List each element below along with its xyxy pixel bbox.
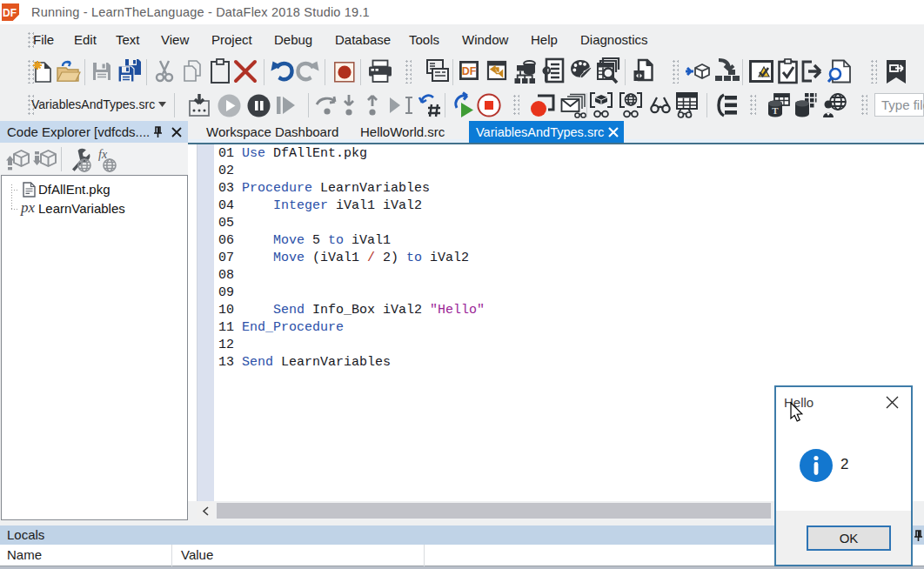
svg-text:fx: fx xyxy=(98,148,108,161)
svg-text:DF: DF xyxy=(3,7,17,19)
svg-text:T: T xyxy=(772,105,779,116)
svg-text:DF: DF xyxy=(462,65,477,77)
